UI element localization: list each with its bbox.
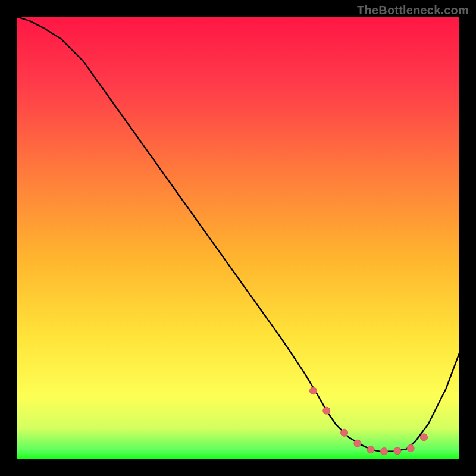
watermark-text: TheBottleneck.com (357, 4, 469, 17)
gradient-background (17, 17, 459, 459)
data-point-target[interactable] (339, 427, 350, 438)
data-point-target[interactable] (352, 438, 363, 449)
data-point-target[interactable] (392, 446, 403, 456)
data-point-target[interactable] (321, 405, 332, 416)
data-point-target[interactable] (379, 446, 390, 457)
chart-svg (17, 17, 459, 459)
data-point-target[interactable] (365, 444, 376, 455)
plot-area (17, 17, 459, 459)
chart-container: TheBottleneck.com (0, 0, 476, 476)
